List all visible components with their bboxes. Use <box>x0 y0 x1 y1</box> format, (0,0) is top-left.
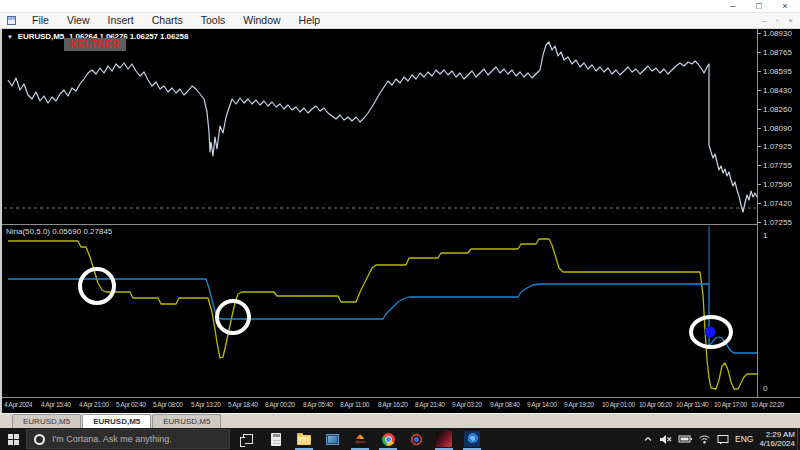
hidden-icons-chevron-icon[interactable] <box>643 434 653 444</box>
window-minimize-button[interactable]: – <box>720 0 746 13</box>
price-axis-label: 1.08090 <box>763 124 792 133</box>
price-axis: 1.089301.087651.085951.084301.082601.080… <box>763 0 800 450</box>
time-axis: 4 Apr 20244 Apr 15:404 Apr 21:005 Apr 02… <box>0 399 800 413</box>
calculator-icon <box>271 433 281 446</box>
chart-symbol: EURUSD,M5 <box>18 32 64 41</box>
chrome-icon <box>382 433 395 446</box>
clock-date: 4/16/2024 <box>759 439 795 448</box>
price-axis-label: 1.07755 <box>763 161 792 170</box>
time-axis-label: 5 Apr 08:00 <box>153 401 183 408</box>
time-axis-label: 8 Apr 16:20 <box>378 401 408 408</box>
chart-tab-1[interactable]: EURUSD,M5 <box>12 414 81 428</box>
time-axis-label: 9 Apr 08:40 <box>490 401 520 408</box>
price-axis-label: 1.07925 <box>763 142 792 151</box>
price-axis-label: 1.07420 <box>763 199 792 208</box>
battery-icon[interactable] <box>678 434 692 444</box>
menu-window[interactable]: Window <box>234 13 289 28</box>
system-tray: ENG 2:29 AM 4/16/2024 <box>643 428 795 450</box>
taskbar-clock[interactable]: 2:29 AM 4/16/2024 <box>759 430 795 448</box>
taskbar-icon-media-app[interactable] <box>402 428 430 450</box>
photos-icon <box>464 431 480 447</box>
child-minimize-button[interactable]: – <box>758 14 771 28</box>
time-axis-label: 10 Apr 06:20 <box>639 401 672 408</box>
taskbar-icon-file-explorer[interactable] <box>290 428 318 450</box>
time-axis-label: 10 Apr 01:00 <box>602 401 635 408</box>
time-axis-label: 8 Apr 05:40 <box>303 401 333 408</box>
menu-insert[interactable]: Insert <box>99 13 143 28</box>
price-axis-label: 1.07590 <box>763 180 792 189</box>
symbol-dropdown-icon[interactable]: ▼ <box>7 34 13 40</box>
file-explorer-icon <box>297 435 311 445</box>
window-left-frame <box>0 29 2 413</box>
time-axis-label: 5 Apr 18:40 <box>228 401 258 408</box>
price-axis-divider <box>757 29 758 397</box>
menu-file[interactable]: File <box>23 13 58 28</box>
time-axis-label: 10 Apr 22:20 <box>751 401 784 408</box>
indicator-label: Nina(50,5.0) 0.05690 0.27845 <box>6 227 112 236</box>
time-axis-label: 9 Apr 03:20 <box>452 401 482 408</box>
volume-muted-icon[interactable] <box>659 434 672 445</box>
panel-separator[interactable] <box>0 224 757 225</box>
time-axis-label: 8 Apr 00:20 <box>265 401 295 408</box>
chart-tab-bar: EURUSD,M5EURUSD,M5EURUSD,M5 <box>0 413 800 428</box>
action-center-icon[interactable] <box>717 434 729 445</box>
alpari-icon: alpari <box>352 431 368 447</box>
time-axis-label: 5 Apr 13:20 <box>191 401 221 408</box>
wifi-icon[interactable] <box>698 434 711 444</box>
window-caption-buttons: – □ × <box>720 0 798 13</box>
taskbar-icon-photos[interactable] <box>458 428 486 450</box>
price-axis-label: 1.08595 <box>763 67 792 76</box>
taskbar-icon-remote-desktop[interactable] <box>318 428 346 450</box>
time-axis-label: 4 Apr 2024 <box>4 401 32 408</box>
menu-items: FileViewInsertChartsToolsWindowHelp <box>23 13 329 28</box>
menu-help[interactable]: Help <box>290 13 330 28</box>
time-axis-label: 9 Apr 19:20 <box>564 401 594 408</box>
window-close-button[interactable]: × <box>772 0 798 13</box>
task-view-icon <box>243 434 253 444</box>
chart-window-icon[interactable] <box>7 16 16 25</box>
menu-tools[interactable]: Tools <box>192 13 235 28</box>
time-axis-label: 10 Apr 17:00 <box>714 401 747 408</box>
price-axis-label: 1.08765 <box>763 48 792 57</box>
start-button[interactable] <box>0 428 26 450</box>
taskbar-icon-calculator[interactable] <box>262 428 290 450</box>
mt4-icon <box>436 431 452 447</box>
taskbar-icon-chrome[interactable] <box>374 428 402 450</box>
taskbar-icon-task-view[interactable] <box>234 428 262 450</box>
child-close-button[interactable]: × <box>784 14 797 28</box>
windows-logo-icon <box>8 434 19 445</box>
taskbar-app-icons: alpari <box>234 428 486 450</box>
chart-tab-3[interactable]: EURUSD,M5 <box>152 414 221 428</box>
taskbar: I'm Cortana. Ask me anything. alpari ENG… <box>0 428 800 450</box>
price-axis-label: 1.08260 <box>763 105 792 114</box>
price-axis-label: 1.07255 <box>763 218 792 227</box>
taskbar-icon-mt4[interactable] <box>430 428 458 450</box>
menu-view[interactable]: View <box>58 13 99 28</box>
time-axis-label: 5 Apr 02:40 <box>116 401 146 408</box>
time-axis-label: 4 Apr 21:00 <box>79 401 109 408</box>
price-axis-label: 1.08930 <box>763 29 792 38</box>
cortana-icon <box>34 434 45 445</box>
time-axis-divider <box>0 397 800 398</box>
media-app-icon <box>410 433 423 446</box>
menubar: FileViewInsertChartsToolsWindowHelp <box>0 13 800 29</box>
time-axis-label: 9 Apr 14:00 <box>527 401 557 408</box>
cortana-search-box[interactable]: I'm Cortana. Ask me anything. <box>26 429 230 449</box>
taskbar-icon-alpari[interactable]: alpari <box>346 428 374 450</box>
keltner-badge[interactable]: KELTNER <box>64 38 126 51</box>
chart-tab-2[interactable]: EURUSD,M5 <box>82 414 151 428</box>
remote-desktop-icon <box>326 434 339 445</box>
time-axis-label: 8 Apr 11:00 <box>340 401 369 408</box>
language-indicator[interactable]: ENG <box>735 434 753 444</box>
child-restore-button[interactable]: ▫ <box>771 14 784 28</box>
mdi-child-controls: – ▫ × <box>758 14 797 28</box>
time-axis-label: 4 Apr 15:40 <box>41 401 71 408</box>
cortana-search-placeholder: I'm Cortana. Ask me anything. <box>52 434 172 444</box>
window-titlebar[interactable]: – □ × <box>0 0 800 13</box>
desktop-screen: – □ × FileViewInsertChartsToolsWindowHel… <box>0 0 800 450</box>
price-axis-label: 1.08430 <box>763 86 792 95</box>
chart-plot <box>0 0 800 450</box>
window-maximize-button[interactable]: □ <box>746 0 772 13</box>
time-axis-label: 10 Apr 11:40 <box>676 401 708 408</box>
menu-charts[interactable]: Charts <box>143 13 192 28</box>
